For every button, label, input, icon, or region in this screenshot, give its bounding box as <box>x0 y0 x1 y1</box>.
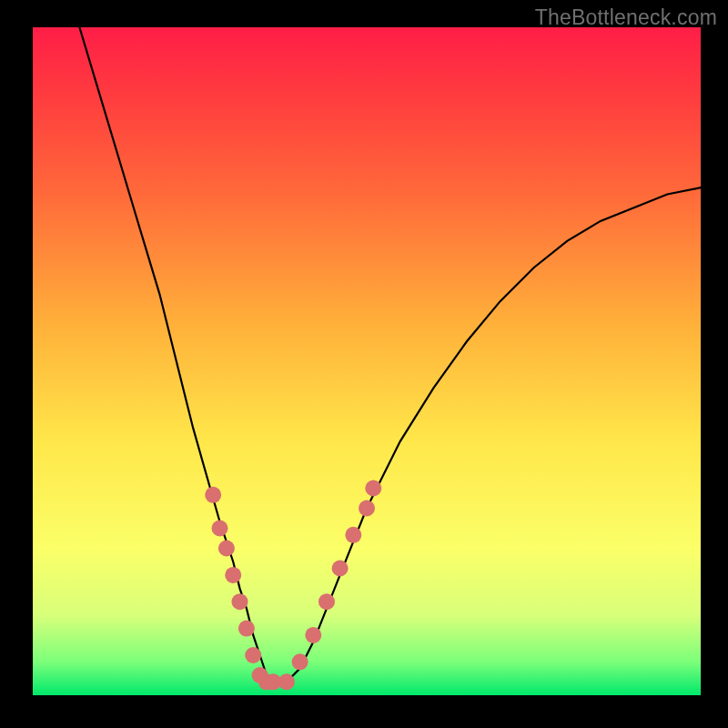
marker-dot <box>365 480 381 497</box>
marker-dot <box>278 673 295 690</box>
outer-frame: TheBottleneck.com <box>0 0 728 728</box>
marker-dot <box>238 621 255 637</box>
marker-group <box>205 480 381 691</box>
marker-dot <box>332 561 349 577</box>
marker-dot <box>305 627 321 643</box>
marker-dot <box>225 567 241 583</box>
chart-svg <box>33 27 701 695</box>
marker-dot <box>292 653 308 670</box>
marker-dot <box>232 593 248 610</box>
marker-dot <box>318 593 335 610</box>
bottleneck-curve <box>79 27 701 682</box>
plot-area <box>33 27 701 695</box>
marker-dot <box>205 487 221 503</box>
marker-dot <box>345 527 361 543</box>
marker-dot <box>245 647 261 663</box>
marker-dot <box>218 541 235 557</box>
watermark-text: TheBottleneck.com <box>535 5 717 30</box>
marker-dot <box>212 521 228 537</box>
marker-dot <box>359 500 375 517</box>
